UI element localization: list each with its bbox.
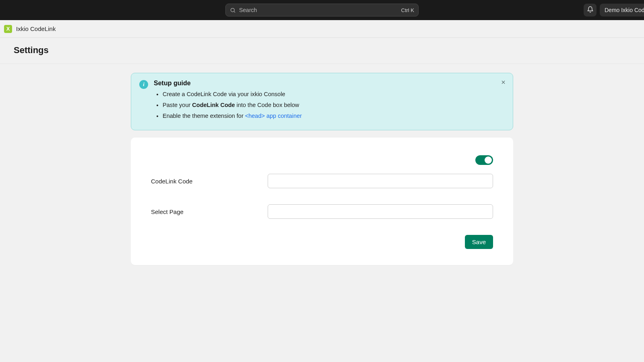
enable-toggle[interactable] — [475, 155, 493, 165]
svg-point-0 — [231, 8, 235, 12]
banner-list: Create a CodeLink Code via your ixkio Co… — [154, 90, 505, 120]
row-codelink-code: CodeLink Code — [151, 174, 493, 188]
select-page-label: Select Page — [151, 208, 260, 215]
banner-item-1: Create a CodeLink Code via your ixkio Co… — [163, 90, 505, 99]
select-page-input[interactable] — [268, 204, 493, 219]
search-shortcut: Ctrl K — [401, 7, 415, 13]
bell-icon — [587, 6, 594, 14]
store-name: Demo Ixkio Cod — [605, 7, 644, 13]
global-search[interactable]: Search Ctrl K — [225, 4, 419, 16]
page-title: Settings — [14, 45, 630, 56]
search-placeholder: Search — [239, 7, 398, 13]
page-header: Settings — [0, 38, 644, 64]
notifications-button[interactable] — [584, 4, 597, 16]
app-name: Ixkio CodeLink — [16, 25, 56, 32]
banner-title: Setup guide — [154, 80, 505, 87]
banner-close-button[interactable] — [499, 79, 507, 87]
codelink-code-input[interactable] — [268, 174, 493, 188]
settings-card: CodeLink Code Select Page Save — [131, 138, 513, 265]
app-strip: X Ixkio CodeLink — [0, 20, 644, 38]
toggle-knob — [485, 156, 492, 164]
banner-item-2: Paste your CodeLink Code into the Code b… — [163, 101, 505, 109]
head-container-link[interactable]: <head> app container — [245, 113, 302, 119]
save-button[interactable]: Save — [465, 235, 493, 249]
topbar-right: Demo Ixkio Cod — [584, 0, 644, 20]
app-logo-letter: X — [6, 26, 10, 32]
setup-guide-banner: i Setup guide Create a CodeLink Code via… — [131, 73, 513, 130]
info-icon: i — [139, 80, 148, 89]
close-icon — [501, 79, 506, 86]
banner-item-3: Enable the theme extension for <head> ap… — [163, 112, 505, 120]
svg-line-1 — [234, 11, 235, 12]
content-column: i Setup guide Create a CodeLink Code via… — [131, 73, 513, 265]
app-logo: X — [4, 25, 12, 33]
store-switcher[interactable]: Demo Ixkio Cod — [600, 4, 644, 16]
topbar: Search Ctrl K Demo Ixkio Cod — [0, 0, 644, 20]
codelink-code-label: CodeLink Code — [151, 178, 260, 185]
search-icon — [230, 7, 236, 13]
row-select-page: Select Page — [151, 204, 493, 219]
